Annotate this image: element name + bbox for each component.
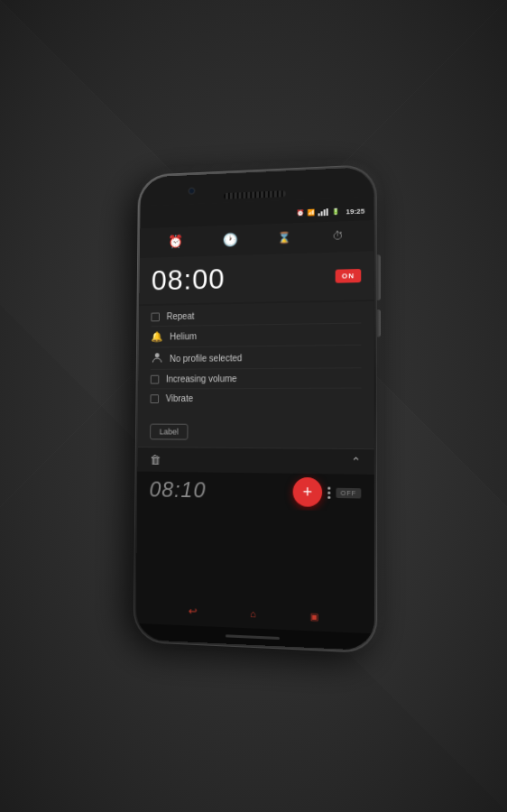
more-dot-1: [327, 486, 330, 489]
home-nav-icon[interactable]: ⌂: [250, 608, 256, 620]
profile-option-row[interactable]: No profile selected: [151, 346, 361, 370]
tab-timer[interactable]: ⌛: [278, 231, 291, 244]
status-icons: ⏰ 📶 🔋: [296, 208, 339, 217]
tab-stopwatch[interactable]: ⏱: [333, 229, 344, 242]
alarm-toggle[interactable]: ON: [336, 269, 362, 283]
svg-rect-9: [326, 208, 327, 216]
svg-rect-7: [320, 211, 322, 216]
svg-rect-8: [323, 209, 325, 216]
speaker-grill: [224, 190, 286, 199]
label-button[interactable]: Label: [150, 424, 188, 440]
secondary-alarm-time: 08:10: [149, 477, 206, 503]
more-dot-2: [327, 491, 330, 494]
repeat-checkbox[interactable]: [151, 312, 160, 321]
phone-outer-shell: ⏰ 📶 🔋 19:25 ⏰ 🕐: [134, 164, 378, 653]
alarm-item[interactable]: 08:00 ON: [139, 251, 373, 304]
bell-icon: 🔔: [151, 331, 162, 343]
battery-status-icon: 🔋: [331, 208, 339, 216]
label-row: Label: [138, 415, 374, 448]
alarm-options: Repeat 🔔 Helium No profile: [138, 301, 374, 415]
app-content: ⏰ 🕐 ⌛ ⏱ 08:00 ON Repeat: [136, 220, 374, 604]
phone-screen: ⏰ 📶 🔋 19:25 ⏰ 🕐: [136, 167, 375, 651]
home-indicator: [226, 634, 280, 640]
ringtone-label: Helium: [170, 331, 197, 341]
tab-alarm[interactable]: ⏰: [168, 234, 182, 248]
alarm-status-icon: ⏰: [296, 209, 304, 217]
add-alarm-button[interactable]: +: [293, 477, 323, 507]
svg-point-10: [154, 353, 159, 357]
signal-icon: [318, 208, 328, 216]
recents-nav-icon[interactable]: ▣: [310, 611, 318, 622]
alarm-time: 08:00: [152, 263, 226, 297]
phone-mockup: ⏰ 📶 🔋 19:25 ⏰ 🕐: [134, 164, 378, 653]
more-dot-3: [327, 495, 330, 498]
profile-label: No profile selected: [170, 353, 242, 364]
vibrate-checkbox[interactable]: [151, 394, 160, 403]
vibrate-option-row[interactable]: Vibrate: [150, 389, 361, 408]
ringtone-option-row[interactable]: 🔔 Helium: [151, 324, 361, 348]
profile-icon: [151, 352, 162, 364]
svg-rect-6: [318, 213, 319, 216]
alarm-bottom-controls: 🗑 ⌃: [137, 447, 373, 475]
delete-alarm-icon[interactable]: 🗑: [150, 453, 161, 466]
wifi-status-icon: 📶: [307, 209, 315, 217]
increasing-volume-option-row[interactable]: Increasing volume: [151, 368, 362, 389]
secondary-alarm-toggle[interactable]: OFF: [336, 487, 361, 498]
increasing-volume-label: Increasing volume: [166, 374, 237, 383]
tab-clock[interactable]: 🕐: [222, 232, 237, 246]
repeat-label: Repeat: [167, 311, 195, 321]
collapse-alarm-icon[interactable]: ⌃: [351, 455, 361, 468]
status-time: 19:25: [346, 207, 364, 216]
increasing-volume-checkbox[interactable]: [151, 374, 160, 383]
more-options-button[interactable]: [327, 486, 330, 498]
back-nav-icon[interactable]: ↩: [188, 604, 197, 617]
alarm-header: 08:00 ON: [152, 259, 362, 297]
secondary-alarm-row[interactable]: 08:10 + OFF: [137, 472, 374, 512]
vibrate-label: Vibrate: [166, 393, 193, 403]
front-camera: [189, 188, 196, 195]
